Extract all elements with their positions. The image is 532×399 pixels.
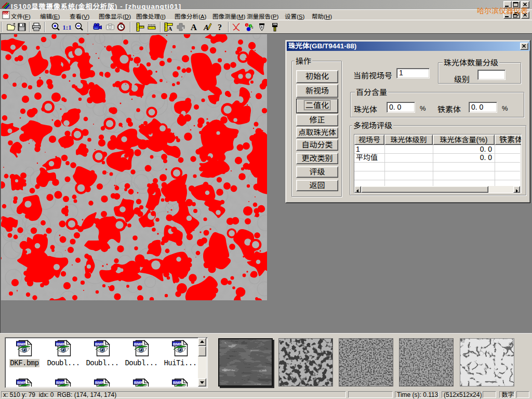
svg-text:A: A [203,23,209,32]
svg-text:BMP: BMP [134,342,143,347]
svg-text:A: A [191,22,197,32]
svg-text:BMP: BMP [173,380,182,385]
svg-text:A: A [168,25,172,32]
svg-text:BMP: BMP [95,342,104,347]
svg-text:BMP: BMP [95,380,104,385]
svg-text:DOC: DOC [3,12,9,15]
svg-text:BMP: BMP [17,342,26,347]
svg-text:BMP: BMP [173,342,182,347]
svg-text:BMP: BMP [56,342,65,347]
svg-text:BMP: BMP [56,380,65,385]
svg-text:3: 3 [251,26,254,29]
svg-text:1: 1 [246,23,248,26]
svg-text:1:1: 1:1 [62,23,71,31]
svg-text:?: ? [218,23,222,32]
svg-text:BMP: BMP [17,380,26,385]
svg-text:BMP: BMP [134,380,143,385]
